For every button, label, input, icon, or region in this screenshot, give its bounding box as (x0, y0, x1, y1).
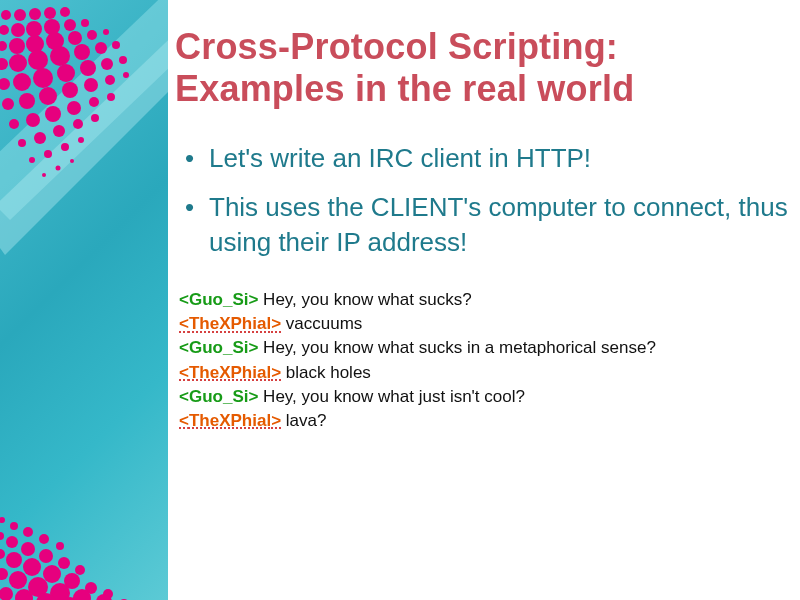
svg-point-42 (67, 101, 81, 115)
svg-point-20 (28, 50, 48, 70)
chat-line: <TheXPhial> vaccuums (179, 312, 795, 336)
svg-point-69 (6, 552, 22, 568)
svg-point-7 (26, 21, 42, 37)
decorative-sidebar (0, 0, 168, 600)
svg-point-66 (58, 557, 70, 569)
svg-point-58 (10, 522, 18, 530)
svg-point-17 (103, 29, 109, 35)
svg-point-54 (42, 173, 46, 177)
svg-point-62 (0, 532, 4, 540)
svg-point-15 (68, 31, 82, 45)
svg-point-41 (45, 106, 61, 122)
bullet-list: Let's write an IRC client in HTTP! This … (175, 141, 795, 260)
svg-point-35 (62, 82, 78, 98)
chat-msg: black holes (281, 363, 371, 382)
svg-point-61 (56, 542, 64, 550)
chat-line: <Guo_Si> Hey, you know what sucks? (179, 288, 795, 312)
svg-point-70 (23, 558, 41, 576)
svg-point-50 (29, 157, 35, 163)
svg-point-18 (0, 58, 8, 70)
svg-point-45 (18, 139, 26, 147)
svg-point-27 (33, 68, 53, 88)
svg-point-63 (6, 536, 18, 548)
svg-point-30 (101, 58, 113, 70)
chat-user: <TheXPhial> (179, 314, 281, 333)
chat-msg: Hey, you know what sucks in a metaphoric… (258, 338, 656, 357)
svg-point-68 (0, 549, 5, 559)
svg-point-52 (61, 143, 69, 151)
chat-msg: lava? (281, 411, 326, 430)
svg-point-24 (112, 41, 120, 49)
slide-title: Cross-Protocol Scripting: Examples in th… (175, 26, 795, 111)
svg-point-51 (44, 150, 52, 158)
svg-point-19 (9, 54, 27, 72)
bullet-item: This uses the CLIENT's computer to conne… (185, 190, 795, 260)
svg-point-38 (123, 72, 129, 78)
svg-point-67 (75, 565, 85, 575)
svg-point-64 (21, 542, 35, 556)
chat-transcript: <Guo_Si> Hey, you know what sucks? <TheX… (175, 288, 795, 433)
slide-content: Cross-Protocol Scripting: Examples in th… (175, 0, 795, 600)
svg-point-12 (9, 38, 25, 54)
svg-point-82 (0, 587, 13, 600)
chat-msg: vaccuums (281, 314, 362, 333)
svg-point-13 (26, 35, 44, 53)
svg-point-46 (34, 132, 46, 144)
chat-user: <Guo_Si> (179, 290, 258, 309)
chat-line: <Guo_Si> Hey, you know what just isn't c… (179, 385, 795, 409)
bullet-item: Let's write an IRC client in HTTP! (185, 141, 795, 176)
svg-point-29 (80, 60, 96, 76)
svg-point-32 (2, 98, 14, 110)
svg-point-1 (14, 9, 26, 21)
chat-user: <TheXPhial> (179, 363, 281, 382)
svg-point-11 (0, 41, 7, 51)
chat-line: <TheXPhial> lava? (179, 409, 795, 433)
svg-point-9 (64, 19, 76, 31)
svg-point-3 (44, 7, 56, 19)
svg-point-34 (39, 87, 57, 105)
svg-point-28 (57, 64, 75, 82)
svg-point-40 (26, 113, 40, 127)
svg-point-57 (0, 517, 5, 523)
svg-point-6 (11, 23, 25, 37)
svg-point-48 (73, 119, 83, 129)
chat-line: <Guo_Si> Hey, you know what sucks in a m… (179, 336, 795, 360)
svg-point-21 (50, 46, 70, 66)
svg-point-65 (39, 549, 53, 563)
chat-msg: Hey, you know what just isn't cool? (258, 387, 525, 406)
chat-msg: Hey, you know what sucks? (258, 290, 471, 309)
svg-point-71 (43, 565, 61, 583)
svg-point-75 (0, 568, 8, 580)
chat-user: <TheXPhial> (179, 411, 281, 430)
svg-point-33 (19, 93, 35, 109)
sidebar-pattern (0, 0, 168, 600)
chat-user: <Guo_Si> (179, 338, 258, 357)
svg-point-47 (53, 125, 65, 137)
svg-point-4 (60, 7, 70, 17)
svg-point-76 (9, 571, 27, 589)
svg-point-25 (0, 78, 10, 90)
svg-point-31 (119, 56, 127, 64)
svg-point-2 (29, 8, 41, 20)
svg-point-56 (70, 159, 74, 163)
svg-point-43 (89, 97, 99, 107)
svg-point-53 (78, 137, 84, 143)
svg-point-5 (0, 25, 9, 35)
svg-point-16 (87, 30, 97, 40)
svg-point-22 (74, 44, 90, 60)
svg-point-26 (13, 73, 31, 91)
svg-point-55 (56, 166, 61, 171)
svg-point-44 (107, 93, 115, 101)
chat-line: <TheXPhial> black holes (179, 361, 795, 385)
svg-point-59 (23, 527, 33, 537)
svg-point-0 (1, 10, 11, 20)
svg-point-49 (91, 114, 99, 122)
svg-point-37 (105, 75, 115, 85)
chat-user: <Guo_Si> (179, 387, 258, 406)
svg-point-23 (95, 42, 107, 54)
svg-point-60 (39, 534, 49, 544)
svg-point-36 (84, 78, 98, 92)
svg-point-39 (9, 119, 19, 129)
svg-point-10 (81, 19, 89, 27)
